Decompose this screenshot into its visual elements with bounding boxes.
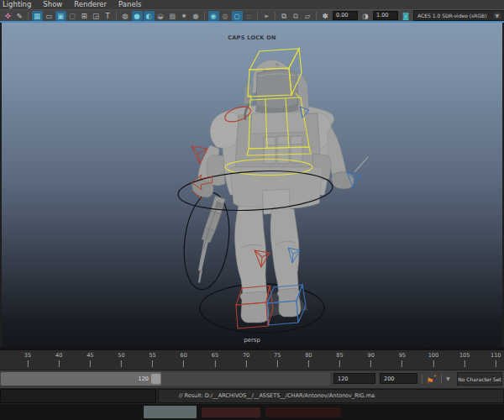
chevron-down-icon[interactable]: ▼ <box>494 13 501 18</box>
frame-tick-mark <box>465 360 465 367</box>
command-line-row: // Result: D:/__ARCHIVOS__/__ASSETS__/CH… <box>0 388 504 404</box>
wireframe-display-icon[interactable]: ◍ <box>120 11 131 21</box>
range-end-handle[interactable] <box>151 374 160 384</box>
frame-tick-mark <box>214 360 215 367</box>
perspective-viewport[interactable]: CAPS LOCK ON persp <box>0 23 504 348</box>
range-slider-bar[interactable]: 120 <box>1 372 161 386</box>
frame-tick-70[interactable]: 70 <box>243 353 249 367</box>
split-pane-layout-icon[interactable]: ⊞ <box>79 11 90 21</box>
anti-aliasing-icon[interactable]: ○ <box>232 11 243 21</box>
shaded-display-icon[interactable]: ● <box>132 11 143 21</box>
frame-tick-label: 75 <box>274 353 281 359</box>
frame-tick-mark <box>308 360 309 367</box>
menu-renderer[interactable]: Renderer <box>74 0 107 9</box>
bottom-bar <box>0 404 504 420</box>
frame-tick-65[interactable]: 65 <box>212 353 218 367</box>
gamma-icon[interactable]: ◑ <box>360 11 371 21</box>
playback-end-field[interactable]: 120 <box>333 373 375 384</box>
display-toggle-dim-icon[interactable]: ▫ <box>244 11 255 21</box>
select-tool-icon[interactable]: ➢ <box>261 11 272 21</box>
material-display-icon[interactable]: ◒ <box>155 11 166 21</box>
exposure-field[interactable]: 0.00 <box>333 11 358 20</box>
multi-component-icon[interactable]: ✜ <box>3 11 13 21</box>
panel-toolbar: ✜✎▦▭▣▢⊞◲T◍●◐◒▩✶●◉◎○▫➢⧉⧉▱✽0.00◑1.00◙ACES … <box>0 9 504 21</box>
auto-key-icon[interactable]: ⚑+ <box>426 373 438 385</box>
motion-blur-icon[interactable]: ◎ <box>220 11 231 21</box>
frame-tick-85[interactable]: 85 <box>336 353 343 367</box>
menu-show[interactable]: Show <box>43 0 62 9</box>
frame-tick-55[interactable]: 55 <box>149 353 155 367</box>
pane-layout-dim-icon[interactable]: ▢ <box>67 11 78 21</box>
frame-tick-100[interactable]: 100 <box>428 353 438 367</box>
view-transform-select[interactable]: ACES 1.0 SDR-video (sRGB)▼ <box>413 10 504 21</box>
frame-tick-mark <box>183 360 184 367</box>
animation-end-field[interactable]: 200 <box>380 373 417 384</box>
frame-tick-label: 45 <box>87 353 93 359</box>
toolbar-separator <box>316 12 317 20</box>
frame-tick-mark <box>277 360 278 367</box>
frame-tick-60[interactable]: 60 <box>181 353 187 367</box>
frame-tick-110[interactable]: 110 <box>491 353 501 367</box>
isolate-select-icon[interactable]: ⧉ <box>279 11 290 21</box>
range-end-label: 120 <box>139 375 149 382</box>
gamma-field[interactable]: 1.00 <box>373 11 398 20</box>
range-slider-row: 120 120 200 ⚑+ ▼ No Character Set <box>0 370 504 388</box>
menu-panels[interactable]: Panels <box>118 0 141 9</box>
frame-tick-mark <box>433 360 433 367</box>
frame-tick-label: 60 <box>181 353 187 359</box>
frame-tick-95[interactable]: 95 <box>399 353 406 367</box>
maya-window: LightingShowRendererPanels ✜✎▦▭▣▢⊞◲T◍●◐◒… <box>0 0 504 420</box>
frame-tick-45[interactable]: 45 <box>87 353 93 367</box>
character-set-select[interactable]: No Character Set <box>457 372 502 386</box>
chevron-down-icon[interactable]: ▼ <box>446 375 450 381</box>
frame-tick-mark <box>121 360 122 367</box>
frame-tick-label: 85 <box>336 353 343 359</box>
frame-tick-90[interactable]: 90 <box>368 353 375 367</box>
divider <box>441 375 442 384</box>
character-mesh[interactable] <box>192 60 368 323</box>
viewport-canvas[interactable] <box>2 23 502 348</box>
frame-tick-75[interactable]: 75 <box>274 353 281 367</box>
frame-tick-label: 35 <box>24 353 31 359</box>
view-transform-icon[interactable]: ◙ <box>401 11 412 21</box>
single-pane-layout-icon[interactable]: ▦ <box>32 11 43 21</box>
frame-tick-label: 70 <box>243 353 249 359</box>
menu-lighting[interactable]: Lighting <box>3 0 31 9</box>
frame-tick-label: 100 <box>428 353 438 359</box>
frame-tick-label: 50 <box>118 353 124 359</box>
time-slider[interactable]: 35404550556065707580859095100105110 <box>0 350 504 370</box>
pane-layout-icon[interactable]: ▣ <box>55 11 66 21</box>
divider <box>422 375 423 384</box>
frame-tick-50[interactable]: 50 <box>118 353 124 367</box>
corner-pane-layout-icon[interactable]: ◲ <box>91 11 102 21</box>
checker-display-icon[interactable]: ▩ <box>167 11 178 21</box>
exposure-icon[interactable]: ✽ <box>320 11 331 21</box>
taskbar-segment <box>202 407 260 417</box>
frame-tick-mark <box>152 360 153 367</box>
frame-tick-35[interactable]: 35 <box>24 353 31 367</box>
textured-display-icon[interactable]: ◐ <box>144 11 155 21</box>
taskbar-button[interactable] <box>144 406 197 418</box>
four-view-layout-icon[interactable]: ▭ <box>44 11 55 21</box>
frame-tick-label: 105 <box>459 353 470 359</box>
frame-tick-40[interactable]: 40 <box>55 353 62 367</box>
image-plane-icon[interactable]: ▱ <box>302 11 313 21</box>
frame-tick-mark <box>246 360 247 367</box>
frame-tick-mark <box>59 360 60 367</box>
range-slider-track[interactable]: 120 <box>0 372 330 386</box>
toolbar-separator <box>116 12 117 20</box>
frame-tick-105[interactable]: 105 <box>459 353 470 367</box>
toolbar-separator <box>204 12 205 20</box>
frame-tick-mark <box>370 360 371 367</box>
shadows-display-icon[interactable]: ● <box>191 11 202 21</box>
frame-tick-label: 55 <box>149 353 155 359</box>
panel-editor-icon[interactable]: T <box>102 11 113 21</box>
frame-tick-label: 110 <box>491 353 501 359</box>
isolate-selected-icon[interactable]: ⧉ <box>291 11 302 21</box>
screen-space-ao-icon[interactable]: ◉ <box>208 11 219 21</box>
paint-tool-icon[interactable]: ✎ <box>14 11 25 21</box>
command-line-input[interactable] <box>0 389 156 403</box>
frame-tick-80[interactable]: 80 <box>305 353 312 367</box>
command-line-result: // Result: D:/__ARCHIVOS__/__ASSETS__/CH… <box>158 389 504 403</box>
lights-display-icon[interactable]: ✶ <box>179 11 190 21</box>
